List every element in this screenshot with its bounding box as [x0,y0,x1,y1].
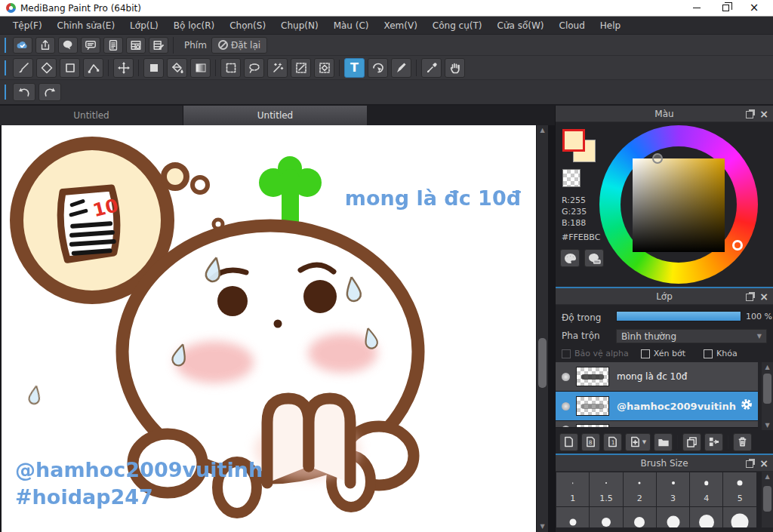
transparent-color-swatch[interactable] [562,169,581,187]
menu-chinh-sua[interactable]: Chỉnh sửa(E) [51,18,122,33]
brush-size-cell[interactable] [590,507,622,527]
menu-tep[interactable]: Tệp(F) [6,18,49,33]
menu-lop[interactable]: Lớp(L) [123,18,165,33]
brush-scroll-thumb[interactable] [763,486,771,512]
document-button[interactable] [103,37,123,54]
layer-row-1[interactable]: mong là đc 10đ [556,362,758,392]
merge-layer-button[interactable] [704,433,723,451]
reset-button[interactable]: Đặt lại [211,37,267,54]
canvas-scroll-thumb[interactable] [538,338,547,388]
select-pen-tool-button[interactable] [291,58,311,78]
layer-scroll-thumb[interactable] [763,374,771,404]
color-panel-popout-icon[interactable] [746,109,755,118]
fill-shape-tool-button[interactable] [143,58,164,78]
scroll-up-icon[interactable]: ▲ [540,125,544,136]
palette-button[interactable] [560,249,580,267]
panel-edit-button[interactable] [149,37,168,54]
layer-row-2-selected[interactable]: @hamhoc2009vuitinh [556,392,758,421]
brush-size-cell[interactable]: 3 [657,472,689,506]
brush-size-cell[interactable]: 5 [723,472,756,506]
layer-visibility-icon[interactable] [562,373,570,381]
lock-checkbox[interactable] [704,349,713,358]
menu-help[interactable]: Help [593,18,627,33]
brush-size-cell[interactable] [690,507,722,527]
minimize-button[interactable] [682,1,711,16]
blend-mode-dropdown[interactable]: Bình thường ▼ [616,329,767,343]
brush-size-cell[interactable] [624,507,656,527]
layer-settings-gear-icon[interactable] [740,398,753,414]
move-tool-button[interactable] [113,58,134,78]
brush-tool-button[interactable] [13,58,33,78]
menu-chup[interactable]: Chụp(N) [274,18,325,33]
canvas-vertical-scrollbar[interactable]: ▲ ▼ [537,125,548,532]
duplicate-layer-button[interactable] [682,433,701,451]
brush-panel-close-icon[interactable]: × [759,459,768,468]
menu-bo-loc[interactable]: Bộ lọc(R) [167,18,221,33]
new-folder-button[interactable] [654,433,673,451]
brush-grid-scrollbar[interactable]: ▲ [762,472,773,527]
text-tool-button[interactable]: T [344,58,365,78]
layer-list-scrollbar[interactable]: ▲ ▼ [762,362,773,430]
select-rect-tool-button[interactable] [220,58,241,78]
brush-size-cell[interactable] [556,507,589,527]
foreground-color-swatch[interactable] [562,129,585,152]
menu-xem[interactable]: Xem(V) [377,18,424,33]
menu-cong-cu[interactable]: Công cụ(T) [426,18,489,33]
redo-button[interactable] [38,83,61,101]
color-wheel[interactable] [599,125,758,284]
layer-panel-popout-icon[interactable] [746,292,755,301]
lasso-tool-button[interactable] [244,58,264,78]
scroll-down-icon[interactable]: ▼ [540,521,544,532]
magic-wand-tool-button[interactable] [267,58,288,78]
bucket-tool-button[interactable] [167,58,187,78]
brush-size-cell[interactable] [723,507,756,527]
select-eraser-tool-button[interactable] [314,58,334,78]
new-1bit-layer-button[interactable]: 1 [603,433,622,451]
panel-layout-button[interactable] [126,37,146,54]
menu-chon[interactable]: Chọn(S) [223,18,273,33]
document-tab-2[interactable]: Untitled [183,106,367,125]
eraser-tool-button[interactable] [36,58,57,78]
layer-visibility-icon[interactable] [562,402,570,411]
brush-size-cell[interactable]: 4 [690,472,722,506]
protect-alpha-checkbox[interactable] [562,349,571,358]
scroll-up-icon[interactable]: ▲ [765,472,769,481]
comment-button[interactable] [81,37,100,54]
sv-cursor[interactable] [652,153,663,164]
brush-size-cell[interactable] [657,507,689,527]
menu-cua-so[interactable]: Cửa sổ(W) [491,18,551,33]
share-button[interactable] [35,37,55,54]
menu-cloud[interactable]: Cloud [553,18,592,33]
divide-tool-button[interactable] [391,58,411,78]
polyline-tool-button[interactable] [83,58,103,78]
scroll-up-icon[interactable]: ▲ [765,362,769,372]
chat-button[interactable] [58,37,78,54]
brush-size-cell[interactable]: 1.5 [590,472,622,506]
brush-size-cell[interactable]: 2 [624,472,656,506]
layer-row-3-partial[interactable] [556,421,758,428]
clipping-checkbox[interactable] [641,349,650,358]
undo-button[interactable] [13,83,35,101]
operation-tool-button[interactable] [368,58,388,78]
hue-cursor[interactable] [732,240,743,251]
document-tab-1[interactable]: Untitled [0,106,183,125]
new-layer-button[interactable] [559,433,578,451]
opacity-slider[interactable] [616,311,741,321]
layer-panel-close-icon[interactable]: × [759,292,768,301]
saturation-value-square[interactable] [633,158,725,252]
cloud-sync-button[interactable] [13,37,32,54]
shape-brush-tool-button[interactable] [60,58,80,78]
brush-size-cell[interactable]: 1 [556,472,589,506]
close-button[interactable]: × [740,1,768,16]
menu-mau[interactable]: Màu (C) [327,18,376,33]
canvas[interactable]: 10 [2,125,536,532]
brush-panel-popout-icon[interactable] [746,459,755,468]
add-layer-menu-button[interactable]: ▼ [625,433,651,451]
delete-layer-button[interactable] [733,433,752,451]
hand-tool-button[interactable] [445,58,465,78]
eyedropper-tool-button[interactable] [421,58,442,78]
color-panel-close-icon[interactable]: × [759,109,768,118]
new-8bit-layer-button[interactable]: 8 [581,433,600,451]
scroll-down-icon[interactable]: ▼ [765,420,769,430]
gradient-tool-button[interactable] [190,58,211,78]
